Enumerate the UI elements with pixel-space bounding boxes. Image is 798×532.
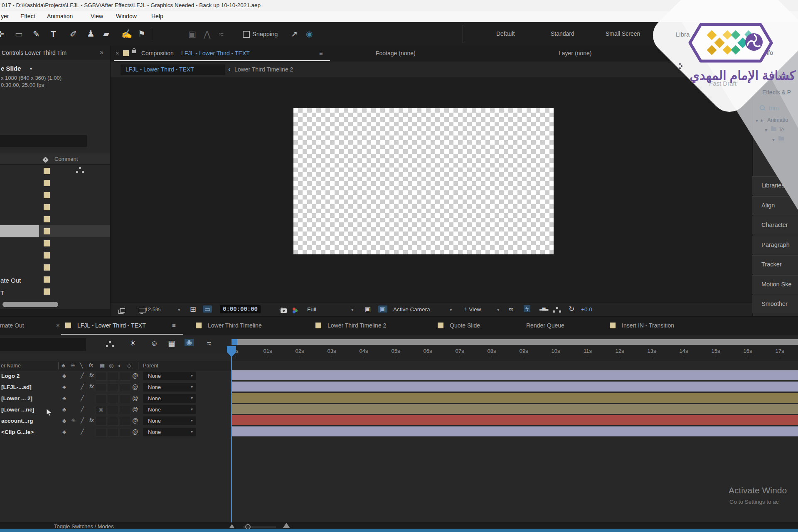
type-tool-icon[interactable]: T [51,30,56,38]
project-search-field[interactable] [0,135,87,147]
panel-overflow-icon[interactable]: » [100,49,103,56]
roto-brush-tool-icon[interactable]: ✍ [121,30,132,38]
menu-item-yer[interactable]: yer [1,13,9,20]
exposure-value[interactable]: +0.0 [581,306,592,313]
comp-viewer[interactable] [111,77,753,303]
flowchart-icon[interactable] [79,167,81,169]
panel-tab-align[interactable]: Align [752,196,798,215]
region-of-interest-icon[interactable]: ▭ [203,305,212,313]
snapping-checkbox[interactable] [243,31,250,38]
project-panel: Controls Lower Third Tim » e Slide ▾ x 1… [0,46,110,316]
eraser-tool-icon[interactable]: ▰ [103,30,109,38]
project-item-name-cut-2[interactable]: T [0,289,4,296]
workspace-default[interactable]: Default [496,30,515,37]
resolution-dropdown-icon[interactable]: ▾ [351,307,354,313]
workspace-small-screen[interactable]: Small Screen [606,30,640,37]
always-preview-icon[interactable] [118,310,123,314]
project-row-color-chip[interactable] [44,168,50,174]
breadcrumb-current[interactable]: LFJL - Lower Third - TEXT [126,66,194,73]
panel-tab-tracker[interactable]: Tracker [752,255,798,274]
project-panel-tab[interactable]: Controls Lower Third Tim [2,49,66,56]
panel-tab-character[interactable]: Character [752,216,798,234]
rectangle-tool-icon[interactable]: ▭ [15,30,23,38]
project-row-color-chip[interactable] [44,252,50,259]
panel-tab-smoother[interactable]: Smoother [752,295,798,313]
project-row-color-chip[interactable] [44,216,50,222]
views-select[interactable]: 1 View [464,306,481,313]
show-snapshot-icon[interactable]: ◇ [279,306,284,313]
selected-project-row[interactable] [0,225,39,237]
mini-flowchart-icon[interactable] [556,307,558,309]
workspace-standard[interactable]: Standard [551,30,574,37]
pen-tool-icon[interactable]: ✎ [33,30,40,38]
comp-info-line1: x 1080 (640 x 360) (1.00) [1,75,62,81]
layer-duration-bar[interactable] [232,393,798,403]
project-row-color-chip[interactable] [44,240,50,246]
playhead-line[interactable] [231,346,232,522]
comp-name-dropdown-icon[interactable]: ▾ [30,66,32,71]
zoom-in-mountain-icon[interactable] [283,523,290,528]
menu-item-animation[interactable]: Animation [47,13,73,20]
project-row-color-chip[interactable] [44,192,50,198]
panel-tab-libraries[interactable]: Libraries [752,176,798,195]
after-effects-window: 017 - D:\Kashida\Projects\LFJL - SGBV\Af… [0,0,798,532]
shared-views-icon[interactable]: ∞ [509,306,513,313]
safe-margins-icon[interactable]: ⊞ [190,305,196,313]
comment-column-header-row: Comment [0,153,110,165]
view-layout-select[interactable]: Active Camera [393,306,430,313]
brush-tool-icon[interactable]: ✐ [70,30,77,38]
views-dropdown-icon[interactable]: ▾ [497,307,500,313]
histogram-icon[interactable]: ▂▅▃ [539,306,548,310]
layer-duration-bar[interactable] [232,415,798,425]
close-tab-icon[interactable]: × [116,49,119,57]
snap-options-icon[interactable]: ↗ [291,30,298,38]
comp-tab-prefix[interactable]: Composition [141,50,174,57]
panel-tab-paragraph[interactable]: Paragraph [752,236,798,254]
zoom-dropdown-icon[interactable]: ▾ [178,307,180,313]
comp-tab-bar: × Composition LFJL - Lower Third - TEXT … [111,46,753,62]
selected-comp-name[interactable]: e Slide [1,65,21,72]
panel-tab-motion-ske[interactable]: Motion Ske [752,275,798,294]
comp-tab-name[interactable]: LFJL - Lower Third - TEXT [181,50,250,57]
zoom-out-mountain-icon[interactable] [229,524,234,528]
menu-item-effect[interactable]: Effect [20,13,35,20]
breadcrumb-previous[interactable]: Lower Third Timeline 2 [234,66,293,73]
layer-tab[interactable]: Layer (none) [559,50,591,57]
breadcrumb-back-icon[interactable]: ‹ [228,65,231,74]
menu-item-view[interactable]: View [91,13,103,20]
reset-exposure-icon[interactable]: ↻ [569,305,574,313]
menu-item-help[interactable]: Help [151,13,163,20]
pixel-aspect-icon[interactable]: ▣ [378,305,387,313]
project-item-name-cut-1[interactable]: ate Out [0,277,21,284]
project-row-color-chip[interactable] [44,228,50,234]
project-row-color-chip[interactable] [44,264,50,271]
project-row-color-chip[interactable] [44,276,50,283]
puppet-pin-tool-icon[interactable]: ⚑ [138,30,145,38]
project-row-color-chip[interactable] [44,180,50,186]
clone-stamp-tool-icon[interactable]: ♟ [87,29,95,38]
layer-duration-bar[interactable] [232,426,798,436]
project-row-color-chip[interactable] [44,204,50,210]
resolution-select[interactable]: Full [307,306,316,313]
layer-duration-bar[interactable] [232,382,798,392]
menu-item-window[interactable]: Window [116,13,137,20]
camera-dropdown-icon[interactable]: ▾ [450,307,452,313]
zoom-level[interactable]: 12.5% [145,306,160,313]
transparency-checkerboard [293,108,554,254]
snapping-label: Snapping [252,31,278,37]
fast-previews-icon[interactable]: ϟ [524,305,530,312]
layer-duration-bar[interactable] [232,404,798,414]
comment-column-header[interactable]: Comment [54,156,78,162]
layer-duration-bar[interactable] [232,370,798,380]
horizontal-scrollbar[interactable] [2,302,58,307]
lock-icon[interactable] [132,50,136,53]
panel-menu-icon[interactable]: ≡ [319,49,323,57]
current-timecode[interactable]: 0:00:00:00 [220,305,261,313]
project-row-color-chip[interactable] [44,288,50,295]
panel-tab-label: Motion Ske [761,281,792,288]
panel-tab-label: Align [761,202,775,209]
snap-sphere-icon[interactable]: ◉ [306,30,313,38]
clipped-tool-icon[interactable]: ✛ [0,30,4,38]
masks-toggle-icon[interactable]: ▣ [365,306,371,312]
footage-tab[interactable]: Footage (none) [376,50,416,57]
